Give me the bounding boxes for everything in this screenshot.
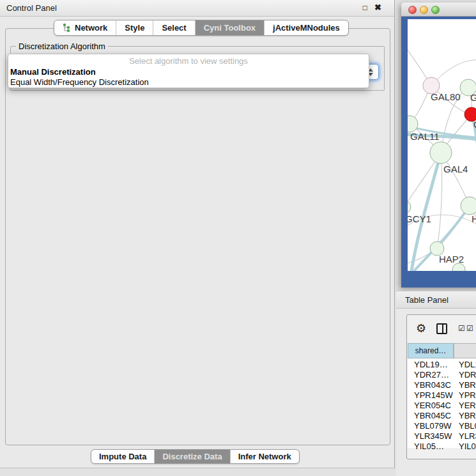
- table-row[interactable]: YBR045CYBR0: [408, 411, 476, 421]
- tab-select-label: Select: [162, 23, 186, 33]
- tab-impute-data[interactable]: Impute Data: [91, 450, 154, 463]
- discretization-algorithm-label: Discretization Algorithm: [16, 42, 108, 51]
- column-header-shared-name[interactable]: shared…: [408, 343, 454, 358]
- cell-name: YIL0: [459, 441, 476, 451]
- table-row[interactable]: YIL05…YIL0: [408, 441, 476, 452]
- table-panel-title: Table Panel: [405, 295, 449, 305]
- algorithm-dropdown-popup: Select algorithm to view settings Manual…: [8, 54, 369, 88]
- checkbox-icon[interactable]: ☑: [466, 324, 473, 333]
- control-panel-tabs: NetworkStyleSelectCyni ToolboxjActiveMNo…: [54, 20, 349, 36]
- cell-name: YBR0: [459, 380, 476, 390]
- control-panel-window: Control Panel □ ✖ NetworkStyleSelectCyni…: [0, 0, 395, 468]
- tab-infer-network[interactable]: Infer Network: [230, 450, 299, 463]
- table-row[interactable]: YER054CYER0: [408, 401, 476, 411]
- algorithm-option-equal-width[interactable]: Equal Width/Frequency Discretization: [10, 77, 149, 87]
- zoom-traffic-light-icon[interactable]: [431, 6, 440, 14]
- table-row[interactable]: YPR145WYPR1: [408, 390, 476, 401]
- node-label-gal11: GAL11: [410, 131, 440, 142]
- checkbox-icon[interactable]: ☑: [458, 324, 465, 333]
- cell-name: YBR0: [459, 411, 476, 420]
- cell-name: YDL1: [459, 360, 476, 369]
- column-header-name[interactable]: n: [454, 343, 476, 358]
- cell-shared-name: YER054C: [414, 401, 451, 410]
- tab-cyni-toolbox-label: Cyni Toolbox: [204, 23, 256, 33]
- node-label-gal80: GAL80: [431, 91, 461, 102]
- tab-infer-network-label: Infer Network: [238, 452, 291, 461]
- window-title: Control Panel: [6, 3, 57, 13]
- tab-discretize-data-label: Discretize Data: [162, 452, 222, 461]
- network-window-frame: GAL80GCGAL11GAL4GCY1HHAP2: [401, 17, 476, 288]
- table-panel-titlebar: Table Panel: [396, 291, 476, 309]
- tab-jactivemnodules[interactable]: jActiveMNodules: [264, 20, 348, 35]
- tab-jactivemnodules-label: jActiveMNodules: [273, 23, 340, 33]
- node-table-container: ⚙ ☑ ☑ shared… n YDL19…YDL1YDR27…YDR2YBR0…: [406, 314, 476, 459]
- table-panel-body: ⚙ ☑ ☑ shared… n YDL19…YDL1YDR27…YDR2YBR0…: [396, 309, 476, 476]
- cyni-mode-tabs: Impute DataDiscretize DataInfer Network: [91, 449, 300, 464]
- node-table: shared… n YDL19…YDL1YDR27…YDR2YBR043CYBR…: [408, 343, 476, 448]
- network-node-gal11[interactable]: [408, 116, 418, 132]
- close-icon[interactable]: ✖: [374, 3, 381, 12]
- table-row[interactable]: YBR043CYBR0: [408, 380, 476, 390]
- network-node-h[interactable]: [461, 197, 476, 215]
- network-node-gcy1[interactable]: [408, 201, 411, 213]
- algorithm-option-manual[interactable]: Manual Discretization: [10, 67, 96, 77]
- node-label-gcy1: GCY1: [408, 213, 431, 224]
- tab-cyni-toolbox[interactable]: Cyni Toolbox: [195, 20, 264, 35]
- algorithm-popup-hint: Select algorithm to view settings: [8, 56, 369, 66]
- tab-select[interactable]: Select: [153, 20, 194, 35]
- node-label-c: C: [473, 119, 476, 130]
- cell-shared-name: YDL19…: [414, 360, 448, 369]
- tab-network-label: Network: [75, 23, 107, 33]
- minimize-traffic-light-icon[interactable]: [420, 6, 428, 14]
- node-label-h: H: [472, 213, 476, 224]
- tab-discretize-data[interactable]: Discretize Data: [154, 450, 229, 463]
- table-row[interactable]: YDL19…YDL1: [408, 360, 476, 370]
- table-row[interactable]: YBL079WYBL0: [408, 421, 476, 431]
- float-window-icon[interactable]: □: [363, 3, 367, 12]
- network-view-window: GAL80GCGAL11GAL4GCY1HHAP2: [401, 3, 476, 288]
- cell-name: YPR1: [459, 390, 476, 400]
- network-node-gal4[interactable]: [430, 142, 452, 164]
- control-panel-titlebar: Control Panel □ ✖: [0, 0, 394, 17]
- columns-icon[interactable]: [436, 323, 447, 334]
- cell-shared-name: YBR045C: [414, 411, 451, 420]
- network-canvas[interactable]: GAL80GCGAL11GAL4GCY1HHAP2: [408, 19, 476, 271]
- table-row[interactable]: YLR345WYLR3: [408, 431, 476, 441]
- gear-icon[interactable]: ⚙: [416, 321, 426, 336]
- cell-shared-name: YPR145W: [414, 390, 453, 400]
- cell-shared-name: YBR043C: [414, 380, 451, 390]
- close-traffic-light-icon[interactable]: [408, 6, 417, 14]
- network-window-titlebar[interactable]: [401, 3, 476, 17]
- tab-style-label: Style: [125, 23, 144, 33]
- cell-name: YDR2: [459, 370, 476, 380]
- tab-impute-data-label: Impute Data: [99, 452, 146, 461]
- cell-name: YBL0: [459, 421, 476, 431]
- table-row[interactable]: YDR27…YDR2: [408, 370, 476, 380]
- node-label-g: G: [470, 92, 476, 103]
- network-graph: GAL80GCGAL11GAL4GCY1HHAP2: [408, 19, 476, 271]
- cell-shared-name: YIL05…: [414, 441, 444, 451]
- node-label-gal4: GAL4: [443, 164, 468, 174]
- cell-shared-name: YDR27…: [414, 370, 449, 380]
- cell-shared-name: YBL079W: [414, 421, 452, 431]
- tab-style[interactable]: Style: [116, 20, 153, 35]
- node-label-hap2: HAP2: [439, 254, 464, 265]
- cell-shared-name: YLR345W: [414, 431, 452, 441]
- tab-network[interactable]: Network: [54, 20, 116, 35]
- network-icon: [63, 23, 71, 33]
- cell-name: YLR3: [459, 431, 476, 441]
- cell-name: YER0: [459, 401, 476, 410]
